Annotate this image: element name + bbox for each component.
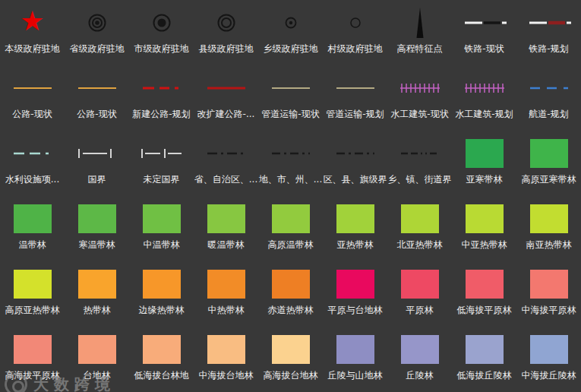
legend-item-label: 水工建筑-规划 <box>455 108 513 120</box>
township-boundary-icon <box>396 137 444 170</box>
legend-item: 丘陵与山地林 <box>323 327 387 392</box>
legend-item-label: 热带林 <box>84 304 111 316</box>
color-swatch <box>525 267 573 301</box>
color-swatch <box>460 333 509 366</box>
legend-item: 区、县、旗级界 <box>323 131 387 196</box>
color-swatch <box>73 267 122 301</box>
legend-item: 暖温带林 <box>194 196 258 261</box>
province-boundary-icon <box>202 137 251 170</box>
color-swatch <box>73 202 122 236</box>
legend-item-label: 改扩建公路-... <box>197 108 255 120</box>
color-swatch <box>8 333 57 366</box>
color-swatch <box>396 333 444 366</box>
legend-item-label: 村级政府驻地 <box>328 43 383 55</box>
legend-item: 乡级政府驻地 <box>258 0 323 65</box>
legend-item-label: 国界 <box>88 173 106 185</box>
water-facility-icon <box>8 137 57 170</box>
legend-item: 寒温带林 <box>65 196 129 261</box>
legend-item: 赤道热带林 <box>258 261 323 327</box>
legend-item-label: 中海拔丘陵林 <box>522 369 576 381</box>
legend-item-label: 公路-现状 <box>77 108 116 120</box>
pipeline-planned-icon <box>331 71 380 105</box>
rebuilt-road-icon <box>202 71 251 105</box>
legend-item: 低海拔丘陵林 <box>452 327 516 392</box>
legend-item-label: 地、市、州、... <box>259 173 322 185</box>
legend-item-label: 管道运输-现状 <box>261 108 319 120</box>
legend-item-label: 乡、镇、街道界 <box>388 173 452 185</box>
legend-item-label: 北亚热带林 <box>397 239 443 251</box>
legend-item: 高海拔台地林 <box>258 327 323 392</box>
legend-item: 地、市、州、... <box>258 131 323 196</box>
legend-item: 公路-现状 <box>65 65 129 131</box>
legend-item-label: 台地林 <box>84 369 111 381</box>
legend-grid: ★本级政府驻地省级政府驻地市级政府驻地县级政府驻地乡级政府驻地村级政府驻地高程特… <box>0 0 581 392</box>
color-swatch <box>202 202 251 236</box>
legend-item: 省、自治区、... <box>194 131 258 196</box>
color-swatch <box>460 137 509 170</box>
legend-item: 低海拔台林地 <box>129 327 194 392</box>
legend-item-label: 亚热带林 <box>337 239 374 251</box>
legend-item-label: 水利设施项... <box>5 173 59 185</box>
legend-item: 中热带林 <box>194 261 258 327</box>
legend-item: 水利设施项... <box>0 131 65 196</box>
legend-item: 铁路-现状 <box>452 0 516 65</box>
province-seat-icon <box>73 6 122 40</box>
legend-item-label: 平原林 <box>406 304 434 316</box>
legend-item-label: 水工建筑-现状 <box>390 108 448 120</box>
legend-item-label: 中热带林 <box>208 304 245 316</box>
legend-item: 省级政府驻地 <box>65 0 129 65</box>
legend-item: 亚热带林 <box>323 196 387 261</box>
legend-item-label: 高原温带林 <box>268 239 314 251</box>
legend-item: 高程特征点 <box>387 0 452 65</box>
legend-item-label: 市级政府驻地 <box>134 43 189 55</box>
legend-item: ★本级政府驻地 <box>0 0 65 65</box>
legend-item: 铁路-规划 <box>516 0 581 65</box>
legend-item: 县级政府驻地 <box>194 0 258 65</box>
county-seat-icon <box>202 6 251 40</box>
legend-item-label: 亚寒带林 <box>466 173 503 185</box>
legend-item: 边缘热带林 <box>129 261 194 327</box>
legend-item-label: 铁路-现状 <box>464 43 504 55</box>
legend-item-label: 暖温带林 <box>208 239 245 251</box>
legend-item: 高海拔平原林 <box>0 327 65 392</box>
color-swatch <box>8 267 57 301</box>
legend-item-label: 高程特征点 <box>397 43 443 55</box>
legend-item-label: 航道-规划 <box>529 108 568 120</box>
color-swatch <box>202 333 251 366</box>
legend-item: 低海拔平原林 <box>452 261 516 327</box>
hydraulic-planned-icon <box>460 71 509 105</box>
legend-item-label: 县级政府驻地 <box>199 43 254 55</box>
legend-item-label: 本级政府驻地 <box>5 43 60 55</box>
legend-item: 台地林 <box>65 327 129 392</box>
legend-item-label: 低海拔台林地 <box>134 369 189 381</box>
legend-item: 亚寒带林 <box>452 131 516 196</box>
new-road-planned-icon <box>137 71 186 105</box>
legend-item-label: 管道运输-规划 <box>326 108 384 120</box>
color-swatch <box>460 202 509 236</box>
waterway-planned-icon <box>525 71 573 105</box>
legend-item-label: 边缘热带林 <box>139 304 185 316</box>
legend-item: 中亚热带林 <box>452 196 516 261</box>
color-swatch <box>137 202 186 236</box>
legend-item-label: 高海拔台地林 <box>264 369 318 381</box>
undetermined-boundary-icon <box>137 137 186 170</box>
legend-item-label: 赤道热带林 <box>268 304 314 316</box>
red-star-icon: ★ <box>8 6 57 40</box>
legend-item-label: 高海拔平原林 <box>5 369 60 381</box>
city-seat-icon <box>137 6 186 40</box>
legend-item-label: 平原与台地林 <box>328 304 383 316</box>
legend-item: 村级政府驻地 <box>323 0 387 65</box>
legend-item: 乡、镇、街道界 <box>387 131 452 196</box>
legend-item: 公路-现状 <box>0 65 65 131</box>
color-swatch <box>331 267 380 301</box>
legend-item: 市级政府驻地 <box>129 0 194 65</box>
legend-item: 热带林 <box>65 261 129 327</box>
color-swatch <box>331 202 380 236</box>
legend-item-label: 中海拔平原林 <box>522 304 576 316</box>
legend-item: 平原与台地林 <box>323 261 387 327</box>
legend-item: 中海拔丘陵林 <box>516 327 581 392</box>
township-seat-icon <box>267 6 315 40</box>
legend-item: 南亚热带林 <box>516 196 581 261</box>
legend-item: 新建公路-规划 <box>129 65 194 131</box>
color-swatch <box>525 137 573 170</box>
